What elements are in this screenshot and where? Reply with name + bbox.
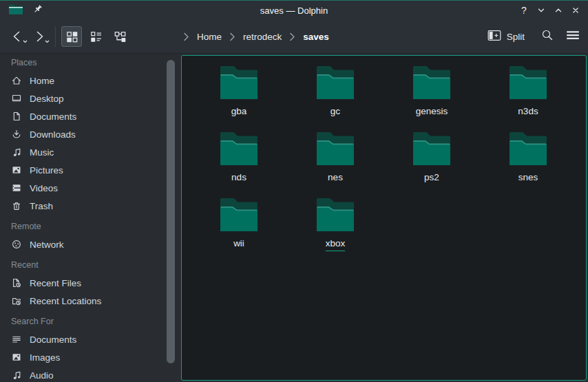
- close-button[interactable]: [569, 4, 582, 17]
- dolphin-window: saves — Dolphin ?: [0, 0, 588, 382]
- sidebar-item-pictures[interactable]: Pictures: [0, 161, 181, 179]
- sidebar-item-home[interactable]: Home: [0, 72, 181, 89]
- folder-icon: [315, 196, 355, 232]
- sidebar-item-label: Audio: [30, 370, 54, 381]
- sidebar-item-documents[interactable]: Documents: [0, 107, 181, 125]
- forward-history-dropdown-icon[interactable]: [45, 34, 50, 46]
- music-note-icon: [11, 147, 22, 158]
- sidebar-item-videos[interactable]: Videos: [0, 179, 181, 197]
- download-icon: [11, 129, 22, 140]
- sidebar-item-label: Videos: [30, 183, 58, 193]
- minimize-button[interactable]: [535, 4, 547, 17]
- maximize-button[interactable]: [552, 4, 565, 17]
- image-icon: [11, 165, 22, 176]
- section-header-places: Places: [0, 54, 181, 72]
- details-view-button[interactable]: [85, 26, 106, 47]
- image-icon: [11, 352, 22, 363]
- sidebar-item-label: Network: [30, 240, 64, 250]
- folder-item-nds[interactable]: nds: [191, 130, 287, 196]
- icons-view-button[interactable]: [61, 26, 82, 47]
- folder-label: n3ds: [518, 106, 538, 119]
- desktop-icon: [11, 93, 22, 104]
- breadcrumb-retrodeck[interactable]: retrodeck: [243, 32, 282, 42]
- sidebar-item-trash[interactable]: Trash: [0, 197, 181, 215]
- split-button[interactable]: Split: [482, 26, 530, 47]
- sidebar-item-label: Documents: [30, 112, 76, 122]
- folder-item-gc[interactable]: gc: [287, 64, 384, 130]
- folder-icon: [219, 130, 259, 166]
- folder-label: xbox: [326, 238, 346, 251]
- breadcrumb-saves[interactable]: saves: [303, 32, 329, 42]
- breadcrumb-home[interactable]: Home: [197, 32, 222, 42]
- back-history-dropdown-icon[interactable]: [23, 34, 28, 46]
- folder-item-snes[interactable]: snes: [480, 130, 576, 196]
- document-icon: [11, 111, 22, 122]
- search-icon: [541, 29, 554, 44]
- titlebar: saves — Dolphin ?: [0, 1, 588, 20]
- folder-icon: [315, 64, 355, 100]
- folder-icon: [412, 64, 452, 100]
- folder-label: genesis: [416, 106, 448, 119]
- sidebar-item-search-images[interactable]: Images: [0, 348, 181, 366]
- toolbar: Home retrodeck saves Split: [0, 20, 588, 54]
- window-title: saves — Dolphin: [0, 6, 588, 16]
- tree-view-button[interactable]: [109, 26, 130, 47]
- hamburger-menu-button[interactable]: [563, 26, 583, 47]
- sidebar-item-downloads[interactable]: Downloads: [0, 125, 181, 143]
- search-button[interactable]: [537, 26, 558, 47]
- search-for-section: Search For Documents Images: [0, 312, 181, 382]
- folder-label: nds: [231, 172, 246, 185]
- folder-icon: [508, 64, 548, 100]
- folder-item-n3ds[interactable]: n3ds: [480, 64, 576, 130]
- recent-files-icon: [11, 277, 22, 288]
- pin-icon[interactable]: [32, 4, 43, 17]
- folder-icon: [219, 64, 259, 100]
- folder-icon: [219, 196, 259, 232]
- folder-item-genesis[interactable]: genesis: [384, 64, 480, 130]
- forward-button[interactable]: [30, 26, 48, 47]
- folder-label: gc: [330, 106, 340, 119]
- sidebar-item-label: Recent Files: [30, 278, 81, 288]
- folder-item-wii[interactable]: wii: [191, 196, 287, 262]
- sidebar-item-label: Downloads: [30, 129, 76, 140]
- network-globe-icon: [11, 239, 22, 250]
- sidebar-item-search-documents[interactable]: Documents: [0, 330, 181, 348]
- home-icon: [11, 75, 22, 86]
- chevron-right-icon: [289, 32, 295, 41]
- folder-label: nes: [328, 172, 343, 185]
- sidebar-item-search-audio[interactable]: Audio: [0, 366, 181, 382]
- sidebar-item-label: Images: [30, 352, 60, 363]
- text-lines-icon: [11, 334, 22, 345]
- folder-label: ps2: [424, 172, 439, 185]
- folder-label: snes: [518, 172, 538, 185]
- content-area: Places Home Desktop: [0, 54, 588, 382]
- help-button[interactable]: ?: [518, 4, 530, 17]
- folder-item-gba[interactable]: gba: [191, 64, 287, 130]
- sidebar-item-label: Documents: [30, 335, 76, 345]
- split-view-icon: [487, 30, 501, 43]
- section-header-search-for: Search For: [0, 312, 181, 330]
- places-panel: Places Home Desktop: [0, 54, 181, 382]
- back-button[interactable]: [8, 26, 26, 47]
- trash-icon: [11, 200, 22, 211]
- folder-item-xbox[interactable]: xbox: [287, 196, 384, 262]
- sidebar-item-label: Pictures: [30, 165, 63, 176]
- sidebar-item-label: Home: [30, 76, 54, 86]
- sidebar-scrollbar[interactable]: [167, 60, 175, 363]
- folder-view[interactable]: gba gc genesis: [181, 55, 587, 381]
- sidebar-item-music[interactable]: Music: [0, 143, 181, 161]
- folder-item-ps2[interactable]: ps2: [384, 130, 480, 196]
- folder-icon: [412, 130, 452, 166]
- folder-item-nes[interactable]: nes: [287, 130, 384, 196]
- sidebar-item-label: Desktop: [30, 94, 64, 104]
- sidebar-item-network[interactable]: Network: [0, 235, 181, 253]
- folder-icon: [508, 130, 548, 166]
- folder-icon: [315, 130, 355, 166]
- sidebar-item-recent-files[interactable]: Recent Files: [0, 274, 181, 292]
- toolbar-separator: [55, 26, 56, 47]
- sidebar-item-label: Music: [30, 147, 54, 158]
- sidebar-item-recent-locations[interactable]: Recent Locations: [0, 292, 181, 310]
- sidebar-item-desktop[interactable]: Desktop: [0, 89, 181, 107]
- folder-label: gba: [231, 106, 247, 119]
- chevron-right-icon: [183, 32, 189, 41]
